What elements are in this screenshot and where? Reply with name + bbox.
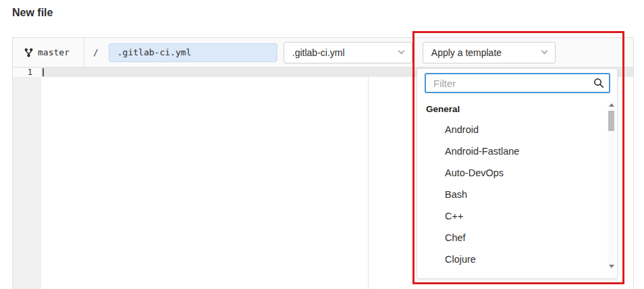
filename-input[interactable] <box>109 43 277 62</box>
scrollbar-thumb[interactable] <box>608 111 614 131</box>
scroll-down-arrow-icon[interactable] <box>609 265 614 268</box>
editor-toolbar: master / .gitlab-ci.yml Apply a template <box>13 38 633 68</box>
line-number: 1 <box>13 68 41 77</box>
chevron-down-icon <box>541 48 547 55</box>
search-icon <box>593 78 604 88</box>
text-cursor <box>43 68 44 76</box>
branch-selector: master <box>24 47 70 57</box>
apply-template-select-value: Apply a template <box>431 47 502 58</box>
template-option-clojure[interactable]: Clojure <box>417 248 617 270</box>
template-option-cpp[interactable]: C++ <box>417 205 617 227</box>
path-separator: / <box>93 47 99 57</box>
dropdown-scrollbar[interactable] <box>608 100 615 271</box>
editor-gutter: 1 <box>13 68 41 289</box>
template-option-auto-devops[interactable]: Auto-DevOps <box>417 162 617 184</box>
template-option-android[interactable]: Android <box>417 119 617 140</box>
template-option-bash[interactable]: Bash <box>417 184 617 205</box>
template-dropdown-panel: General Android Android-Fastlane Auto-De… <box>417 68 618 279</box>
toolbar-divider <box>84 38 84 67</box>
file-type-select-value: .gitlab-ci.yml <box>292 47 345 58</box>
page-title: New file <box>12 7 53 19</box>
file-type-select[interactable]: .gitlab-ci.yml <box>284 42 412 63</box>
chevron-down-icon <box>398 48 404 55</box>
apply-template-select[interactable]: Apply a template <box>423 42 556 63</box>
template-group-header: General <box>417 99 617 119</box>
template-option-chef[interactable]: Chef <box>417 227 617 248</box>
scroll-up-arrow-icon[interactable] <box>609 103 614 107</box>
print-margin-ruler <box>368 68 369 289</box>
git-branch-icon <box>24 48 33 57</box>
branch-name: master <box>38 47 70 57</box>
filter-field-wrap <box>425 73 610 93</box>
filter-input[interactable] <box>425 73 610 93</box>
template-list: General Android Android-Fastlane Auto-De… <box>417 99 617 270</box>
template-option-android-fastlane[interactable]: Android-Fastlane <box>417 140 617 162</box>
